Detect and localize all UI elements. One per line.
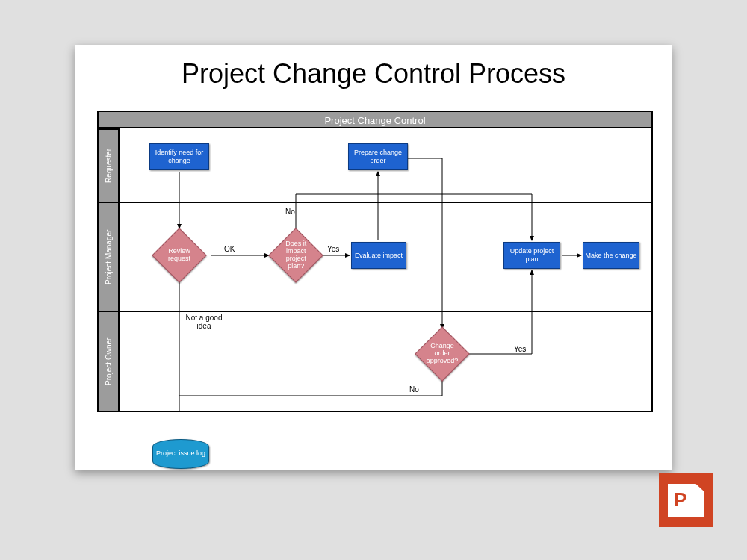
powerpoint-icon-page: P	[668, 484, 704, 517]
slide-page: Project Change Control Process Project C…	[75, 45, 672, 470]
swimlane-table: Project Change Control Requester Project…	[97, 111, 653, 412]
node-issue-log: Project issue log	[152, 439, 209, 469]
lane-label-owner: Project Owner	[97, 311, 120, 412]
node-approved-question-text: Change order approved?	[424, 343, 461, 365]
edge-label-no2: No	[409, 385, 419, 393]
slide-title: Project Change Control Process	[75, 58, 672, 90]
node-approved-question: Change order approved?	[415, 326, 470, 382]
edge-label-ok: OK	[224, 245, 235, 253]
node-review-request: Review request	[152, 228, 207, 283]
table-header: Project Change Control	[97, 111, 653, 128]
node-impact-question: Does it impact project plan?	[268, 228, 323, 283]
node-impact-question-text: Does it impact project plan?	[277, 240, 314, 270]
lane-label-requester: Requester	[97, 128, 120, 203]
lane-label-pm: Project Manager	[97, 202, 120, 312]
edge-label-not-good: Not a good idea	[185, 314, 223, 330]
powerpoint-icon: P	[659, 473, 713, 527]
edge-label-no: No	[285, 208, 295, 216]
node-make-change: Make the change	[583, 242, 639, 269]
lane-divider-1	[120, 202, 651, 203]
lane-divider-2	[120, 311, 651, 312]
node-update-plan: Update project plan	[503, 242, 560, 269]
edge-label-yes2: Yes	[514, 345, 526, 353]
powerpoint-icon-letter: P	[674, 488, 686, 511]
edge-label-yes: Yes	[327, 245, 339, 253]
node-identify-need: Identify need for change	[149, 143, 209, 170]
node-prepare-change-order: Prepare change order	[348, 143, 408, 170]
node-review-request-text: Review request	[161, 248, 198, 263]
node-evaluate-impact: Evaluate impact	[351, 242, 406, 269]
